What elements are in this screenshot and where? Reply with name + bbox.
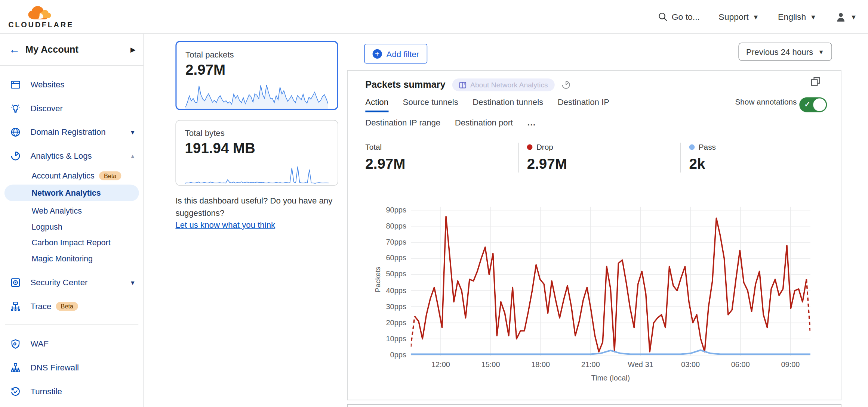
back-arrow-icon[interactable]: ← [9, 43, 25, 56]
sidebar-item-label: Security Center [30, 277, 87, 287]
beta-badge: Beta [56, 302, 78, 311]
chevron-down-icon: ▼ [130, 279, 136, 286]
sidebar-item-label: Magic Monitoring [31, 254, 93, 263]
add-filter-button[interactable]: + Add filter [364, 44, 427, 63]
trace-tree-icon [10, 301, 21, 312]
chevron-down-icon: ▼ [130, 128, 136, 135]
cloudflare-cloud-icon [24, 5, 58, 21]
sidebar-item-analytics-logs[interactable]: Analytics & Logs ▲ [0, 144, 144, 168]
support-label: Support [718, 12, 748, 22]
pie-chart-icon[interactable] [561, 80, 570, 90]
globe-icon [10, 126, 21, 137]
chevron-up-icon: ▲ [130, 152, 136, 159]
drop-dot-icon [527, 144, 533, 150]
chevron-down-icon: ▼ [752, 13, 759, 21]
sidebar-item-carbon-impact-report[interactable]: Carbon Impact Report [0, 234, 144, 251]
expand-icon[interactable] [810, 76, 821, 87]
x-tick-label: 15:00 [481, 360, 500, 369]
tab-destination-ip-range[interactable]: Destination IP range [365, 118, 440, 131]
sidebar-item-account-analytics[interactable]: Account Analytics Beta [0, 168, 144, 184]
time-range-dropdown[interactable]: Previous 24 hours ▼ [738, 43, 832, 61]
support-menu[interactable]: Support ▼ [718, 12, 759, 22]
sidebar-item-logpush[interactable]: Logpush [0, 218, 144, 234]
account-header[interactable]: ← My Account ▶ [0, 34, 144, 66]
x-tick-label: Wed 31 [628, 360, 653, 369]
chart-plot-area[interactable] [411, 207, 810, 356]
sidebar-item-trace[interactable]: Trace Beta [0, 294, 144, 318]
y-tick-label: 80pps [367, 222, 406, 230]
sidebar-item-web-analytics[interactable]: Web Analytics [0, 202, 144, 218]
y-tick-label: 30pps [367, 302, 406, 310]
sidebar-item-network-analytics[interactable]: Network Analytics [4, 185, 139, 201]
about-label: About Network Analytics [470, 81, 548, 89]
plus-icon: + [373, 49, 382, 58]
sidebar-item-dns-firewall[interactable]: DNS Firewall [0, 355, 144, 379]
book-icon [459, 81, 467, 89]
toggle-knob [813, 99, 826, 111]
user-icon [835, 11, 847, 22]
stat-total-value: 2.97M [365, 155, 518, 173]
shield-gear-icon [10, 338, 21, 349]
tab-destination-port[interactable]: Destination port [455, 118, 513, 131]
sidebar-item-waf[interactable]: WAF [0, 332, 144, 355]
feedback-block: Is this dashboard useful? Do you have an… [175, 195, 342, 231]
sidebar-item-label: Turnstile [30, 386, 62, 396]
feedback-link[interactable]: Let us know what you think [175, 220, 275, 229]
sidebar-divider [5, 324, 138, 325]
panel-title: Packets summary [365, 79, 445, 90]
tab-destination-ip[interactable]: Destination IP [558, 97, 609, 112]
cloudflare-logo[interactable]: CLOUDFLARE [8, 2, 74, 31]
bytes-sparkline [185, 161, 329, 186]
account-menu[interactable]: ▼ [835, 11, 857, 22]
about-network-analytics-pill[interactable]: About Network Analytics [452, 78, 554, 91]
packets-sparkline [185, 83, 328, 111]
x-axis-title: Time (local) [411, 374, 810, 382]
pass-dot-icon [689, 144, 695, 150]
time-range-label: Previous 24 hours [746, 47, 813, 56]
sidebar-item-label: Network Analytics [31, 189, 101, 198]
total-bytes-value: 191.94 MB [185, 140, 329, 157]
check-icon: ✓ [804, 100, 810, 108]
goto-search[interactable]: Go to... [658, 12, 700, 22]
sidebar-item-websites[interactable]: Websites [0, 72, 144, 96]
sidebar: ← My Account ▶ Websites Discover Domain … [0, 34, 144, 407]
chevron-down-icon: ▼ [850, 13, 857, 21]
tab-more[interactable]: ... [527, 118, 536, 131]
sidebar-nav: Websites Discover Domain Registration ▼ … [0, 66, 144, 407]
sidebar-item-security-center[interactable]: Security Center ▼ [0, 270, 144, 294]
browser-window-icon [10, 79, 21, 90]
tab-action[interactable]: Action [365, 97, 388, 112]
top-bar: CLOUDFLARE Go to... Support ▼ English ▼ … [0, 0, 868, 34]
sidebar-item-label: Domain Registration [30, 127, 105, 137]
annotations-toggle[interactable]: ✓ [799, 97, 827, 112]
card-title: Total packets [185, 50, 328, 59]
stat-drop: Drop 2.97M [518, 143, 680, 173]
language-menu[interactable]: English ▼ [778, 12, 816, 22]
sidebar-item-domain-registration[interactable]: Domain Registration ▼ [0, 120, 144, 144]
x-tick-label: 12:00 [431, 360, 450, 369]
y-tick-label: 70pps [367, 238, 406, 246]
account-name: My Account [25, 44, 130, 55]
sidebar-item-turnstile[interactable]: Turnstile [0, 379, 144, 403]
tab-source-tunnels[interactable]: Source tunnels [403, 97, 458, 112]
sidebar-item-label: Analytics & Logs [30, 151, 92, 160]
chevron-right-icon[interactable]: ▶ [130, 46, 136, 53]
tab-destination-tunnels[interactable]: Destination tunnels [473, 97, 543, 112]
sidebar-item-label: Web Analytics [31, 206, 81, 215]
circle-check-icon [10, 386, 21, 397]
packets-summary-panel: Packets summary About Network Analytics … [347, 70, 841, 400]
x-tick-label: 03:00 [681, 360, 700, 369]
x-tick-label: 06:00 [731, 360, 750, 369]
total-packets-card[interactable]: Total packets 2.97M [175, 41, 338, 110]
packets-time-series-chart[interactable]: Packets Time (local) 0pps10pps20pps30pps… [364, 204, 829, 386]
pie-chart-icon [10, 150, 21, 161]
sidebar-item-label: WAF [30, 339, 49, 348]
cloudflare-logo-text: CLOUDFLARE [8, 20, 74, 28]
sidebar-item-discover[interactable]: Discover [0, 96, 144, 120]
x-tick-label: 18:00 [531, 360, 550, 369]
panel-header: Packets summary About Network Analytics [365, 78, 570, 91]
stat-pass: Pass 2k [680, 143, 843, 173]
sidebar-item-magic-monitoring[interactable]: Magic Monitoring [0, 251, 144, 267]
stat-pass-value: 2k [689, 155, 843, 173]
total-bytes-card[interactable]: Total bytes 191.94 MB [175, 120, 338, 186]
